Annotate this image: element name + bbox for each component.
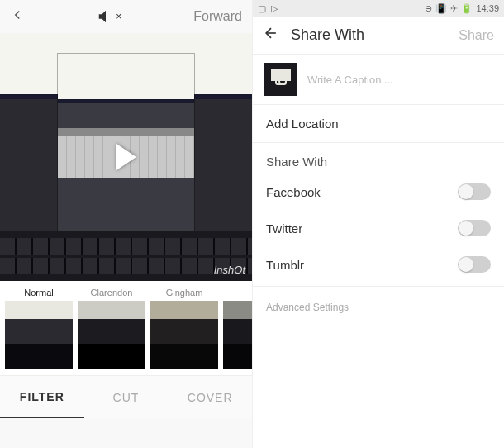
airplane-icon: ✈ [450,3,458,14]
back-icon[interactable] [10,7,25,26]
forward-button[interactable]: Forward [193,9,242,24]
page-title: Share With [291,26,447,44]
dnd-icon: ⊖ [425,3,432,14]
status-bar: ▢ ▷ ⊖ 📳 ✈ 🔋 14:39 [253,0,504,17]
filter-thumb [150,301,218,369]
filter-label: Normal [24,288,53,298]
filter-more[interactable]: M [223,288,252,369]
toggle-row-tumblr: Tumblr [253,246,504,283]
battery-icon: 🔋 [461,3,473,14]
filter-label: Clarendon [91,288,133,298]
filter-thumb [223,301,252,369]
tab-cover[interactable]: COVER [168,376,252,418]
tab-cut[interactable]: CUT [84,376,169,418]
add-location-button[interactable]: Add Location [253,105,504,143]
video-preview[interactable]: InshOt [0,33,252,281]
media-thumbnail[interactable] [264,63,297,96]
toggle-label: Facebook [266,185,321,199]
caption-row: Write A Caption ... [253,55,504,105]
vibrate-icon: 📳 [435,3,447,14]
filters-row: Normal Clarendon Gingham M [0,281,252,375]
editor-pane: × Forward InshOt Normal Clarendon Gingha… [0,0,252,448]
filter-normal[interactable]: Normal [5,288,73,369]
share-pane: ▢ ▷ ⊖ 📳 ✈ 🔋 14:39 Share With Share Write… [252,0,504,448]
tumblr-toggle[interactable] [458,256,491,273]
mute-icon[interactable]: × [97,7,121,26]
editor-header: × Forward [0,0,252,33]
tab-filter[interactable]: FILTER [0,376,84,418]
toggle-label: Tumblr [266,258,304,272]
filter-clarendon[interactable]: Clarendon [78,288,145,369]
play-icon[interactable] [116,144,136,170]
play-store-icon: ▷ [271,3,278,14]
editor-tabs: FILTER CUT COVER [0,375,252,418]
back-arrow-icon[interactable] [263,25,279,45]
toggle-row-twitter: Twitter [253,210,504,246]
toggle-row-facebook: Facebook [253,174,504,210]
filter-thumb [78,301,145,369]
filter-thumb [5,301,73,369]
facebook-toggle[interactable] [458,183,491,200]
filter-gingham[interactable]: Gingham [150,288,218,369]
watermark: InshOt [214,264,245,276]
image-icon: ▢ [258,3,266,14]
caption-input[interactable]: Write A Caption ... [307,74,393,86]
filter-label: Gingham [166,288,203,298]
twitter-toggle[interactable] [458,220,491,236]
share-header: Share With Share [253,17,504,55]
toggle-label: Twitter [266,222,302,236]
advanced-settings-button[interactable]: Advanced Settings [253,286,504,328]
status-time: 14:39 [476,3,499,13]
share-with-heading: Share With [253,143,504,174]
share-button[interactable]: Share [459,28,494,43]
